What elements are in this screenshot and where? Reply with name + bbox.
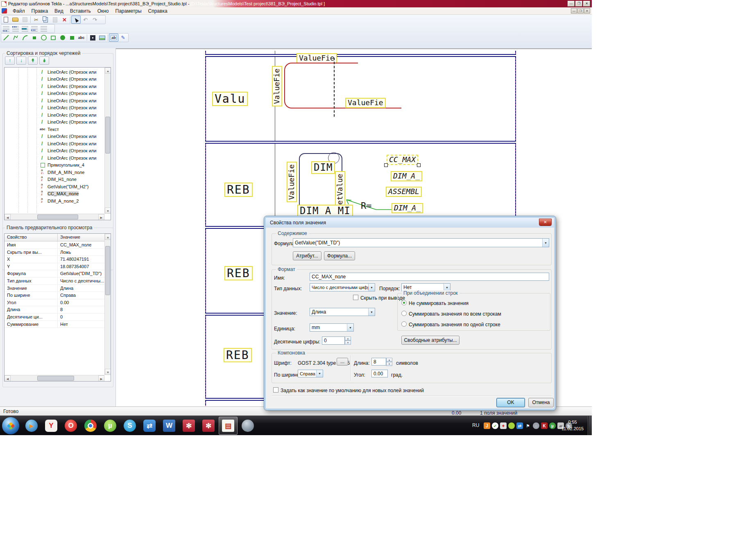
tree-item[interactable]: DIM_H1_поле xyxy=(5,176,104,183)
tree-item[interactable]: CC_MAX_поле xyxy=(5,190,104,198)
set-default-checkbox[interactable] xyxy=(273,387,278,393)
property-row[interactable]: Значение Длина xyxy=(5,285,104,292)
value-combobox[interactable]: Длина ▼ xyxy=(310,308,375,316)
taskbar-app-button[interactable]: µ xyxy=(101,417,120,435)
save-button[interactable] xyxy=(20,16,29,24)
move-to-top-button[interactable]: ↟ xyxy=(28,56,38,65)
scroll-left-arrow[interactable]: ◀ xyxy=(5,375,11,382)
canvas-label-r-equals[interactable]: R= xyxy=(361,201,372,211)
decimals-spinner[interactable]: ▲▼ xyxy=(345,336,351,345)
taskbar-app-button[interactable] xyxy=(81,417,100,435)
scroll-right-arrow[interactable]: ▶ xyxy=(98,214,104,220)
taskbar-app-button[interactable]: ⇄ xyxy=(140,417,159,435)
draw-arc-button[interactable] xyxy=(20,34,29,42)
taskbar-app-button[interactable]: ▸ xyxy=(22,417,41,435)
scroll-up-arrow[interactable]: ▲ xyxy=(105,234,111,240)
taskbar-app-button[interactable]: ✻ xyxy=(199,417,218,435)
menu-item[interactable]: Параметры xyxy=(112,8,145,14)
canvas-label-row2[interactable]: REB xyxy=(224,183,253,197)
unit-combobox[interactable]: mm ▼ xyxy=(310,323,354,332)
cut-button[interactable]: ✂ xyxy=(32,16,41,24)
select-tool-button[interactable] xyxy=(71,16,81,24)
canvas-label-dim-a[interactable]: DIM_A_ xyxy=(391,171,422,181)
draw-solid-rect-small-button[interactable] xyxy=(29,34,39,42)
edit-field-button[interactable]: ab xyxy=(109,34,118,42)
open-file-button[interactable] xyxy=(11,16,20,24)
taskbar-app-button[interactable]: W xyxy=(160,417,179,435)
property-row[interactable]: Тип данных Число с десятичны... xyxy=(5,278,104,285)
tree-item[interactable]: Текст xyxy=(5,126,104,133)
canvas-label-row4[interactable]: REB xyxy=(224,348,252,362)
tray-icon[interactable]: J xyxy=(484,422,490,429)
page-footer-band-button[interactable] xyxy=(39,25,48,33)
scroll-up-arrow[interactable]: ▲ xyxy=(105,68,111,74)
taskbar-app-button[interactable] xyxy=(238,417,257,435)
datatype-combobox[interactable]: Число с десятичными цифрами ▼ xyxy=(310,283,375,291)
chevron-down-icon[interactable]: ▼ xyxy=(368,308,375,316)
new-file-button[interactable] xyxy=(1,16,11,24)
chevron-down-icon[interactable]: ▼ xyxy=(316,370,323,377)
ok-button[interactable]: OK xyxy=(496,398,525,407)
dashed-reference-line[interactable] xyxy=(334,58,335,117)
show-desktop-button[interactable] xyxy=(588,416,592,435)
menu-item[interactable]: Вид xyxy=(51,8,67,14)
tree-vertical-scrollbar[interactable]: ▲ ▼ xyxy=(104,68,111,214)
length-spinner[interactable]: ▲▼ xyxy=(386,358,392,366)
draw-ellipse-button[interactable] xyxy=(39,34,48,42)
canvas-label-cc-max[interactable]: CC_MAX xyxy=(387,155,418,165)
menu-item[interactable]: Вставить xyxy=(67,8,94,14)
free-attributes-button[interactable]: Свободные атрибуты... xyxy=(401,336,460,345)
insert-value-field-button[interactable] xyxy=(88,34,97,42)
header-band-button[interactable] xyxy=(11,25,20,33)
menu-item[interactable]: Справка xyxy=(145,8,171,14)
start-button[interactable] xyxy=(2,417,19,434)
menu-item[interactable]: Правка xyxy=(28,8,52,14)
dialog-close-button[interactable]: ✕ xyxy=(539,219,552,226)
scroll-left-arrow[interactable]: ◀ xyxy=(5,214,11,220)
tree-item[interactable]: Прямоугольник_4 xyxy=(5,162,104,169)
canvas-label-dim-a-mi[interactable]: DIM_A_MI xyxy=(297,205,353,217)
radio-button[interactable] xyxy=(401,321,407,327)
radio-row[interactable]: Суммировать значения по всем строкам xyxy=(401,309,549,319)
hide-on-output-checkbox[interactable] xyxy=(353,295,358,300)
move-to-bottom-button[interactable]: ↡ xyxy=(39,56,49,65)
property-row[interactable]: Формула GetValue("DIM_TD") xyxy=(5,270,104,278)
menu-item[interactable]: Окно xyxy=(94,8,112,14)
row-band-button[interactable] xyxy=(20,25,29,33)
grid-horizontal-scrollbar[interactable]: ◀ ▶ xyxy=(5,375,104,381)
property-row[interactable]: Имя CC_MAX_поле xyxy=(5,242,104,249)
taskbar-clock[interactable]: 0:55 11.02.2015 xyxy=(559,419,586,432)
footer-band-button[interactable] xyxy=(29,25,39,33)
tray-icon[interactable]: ✦ xyxy=(500,422,507,429)
tree-item[interactable]: LineOrArc (Отрезок или xyxy=(5,147,104,155)
undo-button[interactable]: ↶ xyxy=(81,16,90,24)
property-row[interactable]: Длина 8 xyxy=(5,306,104,314)
move-up-button[interactable]: ↑ xyxy=(5,56,15,65)
name-input[interactable]: CC_MAX_поле xyxy=(310,273,549,281)
maximize-button[interactable]: ❐ xyxy=(575,1,582,7)
cancel-button[interactable]: Отмена xyxy=(528,398,554,407)
tray-icon[interactable]: ✓ xyxy=(492,422,498,429)
property-row[interactable]: X 71.480247191 xyxy=(5,256,104,263)
app-titlebar[interactable]: Редактор шаблонов Tekla - ...aStructures… xyxy=(0,0,592,7)
canvas-label-dim-a2[interactable]: DIM_A_ xyxy=(392,203,423,213)
tree-item[interactable]: DIM_A_MIN_поле xyxy=(5,169,104,176)
taskbar-app-button[interactable]: ✻ xyxy=(179,417,198,435)
angle-input[interactable]: 0.00 xyxy=(371,370,388,377)
insert-text-button[interactable]: abc xyxy=(77,34,86,42)
width-align-combobox[interactable]: Справа ▼ xyxy=(298,370,323,377)
canvas-label-dim[interactable]: DIM xyxy=(311,161,335,174)
grid-vertical-scrollbar[interactable]: ▲ ▼ xyxy=(104,234,111,375)
tree-item[interactable]: LineOrArc (Отрезок или xyxy=(5,119,104,126)
taskbar-app-button[interactable]: ▤ xyxy=(219,417,238,435)
scroll-thumb[interactable] xyxy=(105,246,110,295)
move-down-button[interactable]: ↓ xyxy=(16,56,26,65)
font-browse-button[interactable]: ... xyxy=(337,358,348,366)
chevron-down-icon[interactable]: ▼ xyxy=(542,239,549,247)
edit-formula-button[interactable]: ✎ xyxy=(118,34,128,42)
minimize-button[interactable]: — xyxy=(568,1,575,7)
close-button[interactable]: ✕ xyxy=(583,1,590,7)
decimals-input[interactable]: 0 xyxy=(322,336,345,345)
scroll-right-arrow[interactable]: ▶ xyxy=(98,375,104,382)
taskbar-app-button[interactable]: S xyxy=(120,417,139,435)
